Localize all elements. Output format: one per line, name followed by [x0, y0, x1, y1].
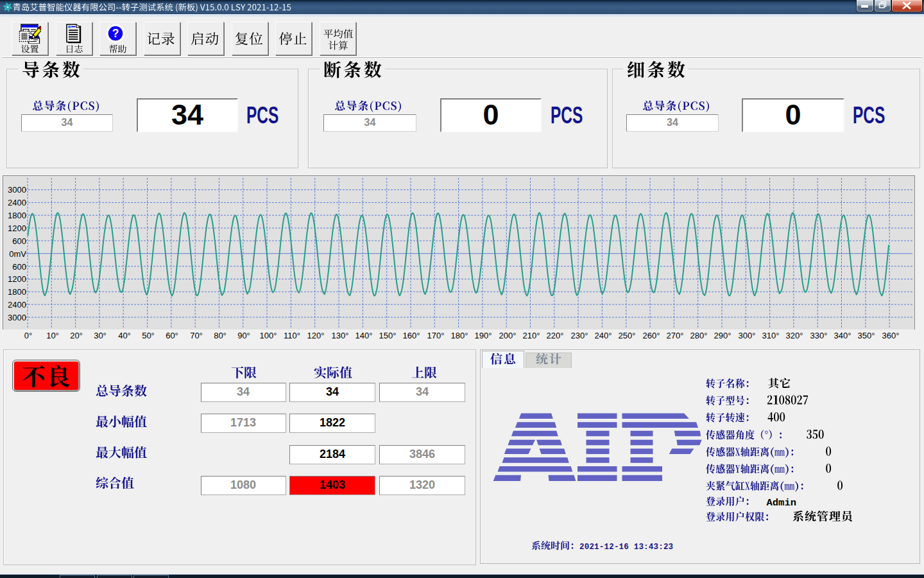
- svg-text:?: ?: [112, 27, 119, 40]
